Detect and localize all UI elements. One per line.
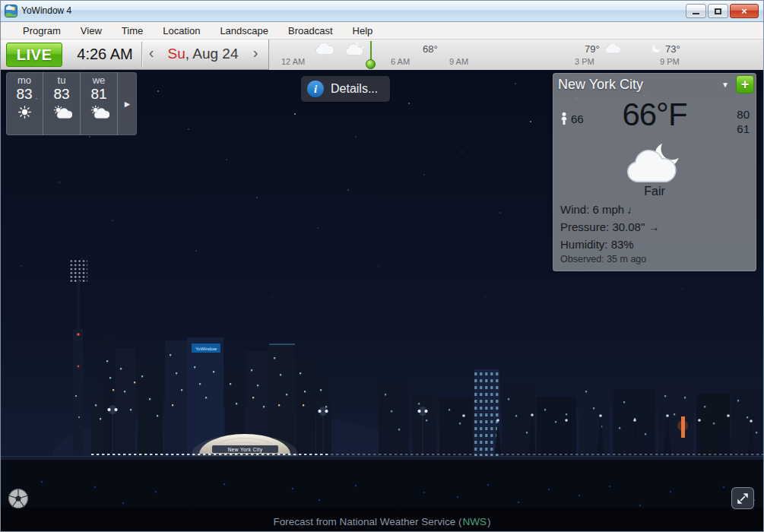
billboard: YoWindow xyxy=(192,344,220,353)
close-button[interactable]: × xyxy=(730,4,759,18)
forecast-day-name: mo xyxy=(17,74,31,86)
next-day-button[interactable]: › xyxy=(249,44,262,62)
slider-handle[interactable] xyxy=(366,59,376,69)
cloud-icon xyxy=(315,43,334,55)
toolbar-separator xyxy=(141,42,142,68)
high-temp: 80 xyxy=(737,107,750,122)
info-icon: i xyxy=(307,81,324,97)
forecast-day-temp: 83 xyxy=(16,86,32,103)
observed-value: 35 m ago xyxy=(607,254,646,264)
sun-cloud-icon xyxy=(89,105,109,119)
maximize-icon xyxy=(715,8,721,14)
wind-direction-icon: ↓ xyxy=(626,202,634,216)
current-temperature: 66°F xyxy=(553,97,756,133)
cloud-icon xyxy=(604,43,621,54)
forecast-day-we[interactable]: we 81 xyxy=(81,72,118,135)
high-low: 80 61 xyxy=(737,107,750,136)
humidity-line: Humidity: 83% xyxy=(553,238,756,251)
sun-cloud-icon xyxy=(52,105,72,119)
stadium-text: New York City xyxy=(228,447,263,453)
pressure-trend-icon: → xyxy=(648,220,659,233)
forecast-day-temp: 83 xyxy=(53,86,69,103)
status-bar: Forecast from National Weather Service (… xyxy=(0,511,764,532)
expand-arrow-icon: ► xyxy=(123,99,132,109)
menu-location[interactable]: Location xyxy=(153,23,210,39)
condition-label: Fair xyxy=(553,185,756,198)
tick-6am: 6 AM xyxy=(391,57,410,66)
tick-9pm: 9 PM xyxy=(660,57,680,66)
low-temp: 61 xyxy=(737,122,750,136)
temp-3pm: 79° xyxy=(585,43,600,55)
wind-line: Wind: 6 mph ↓ xyxy=(553,203,756,216)
tick-12am: 12 AM xyxy=(281,57,305,66)
wind-label: Wind: xyxy=(560,203,589,216)
prev-day-button[interactable]: ‹ xyxy=(145,44,157,62)
pressure-line: Pressure: 30.08" → xyxy=(553,220,756,233)
humidity-value: 83% xyxy=(611,238,634,251)
moon-cloud-icon xyxy=(344,40,367,56)
minimize-button[interactable] xyxy=(686,4,706,18)
title-bar: YoWindow 4 × xyxy=(0,0,764,22)
app-icon xyxy=(5,5,17,17)
menu-landscape[interactable]: Landscape xyxy=(210,23,278,39)
date-rest: , Aug 24 xyxy=(185,46,239,62)
chevron-down-icon[interactable]: ▼ xyxy=(721,81,729,89)
add-location-button[interactable]: + xyxy=(736,75,754,93)
nws-link[interactable]: NWS xyxy=(463,516,487,527)
footer-text-end: ) xyxy=(487,516,491,527)
pressure-label: Pressure: xyxy=(560,220,609,233)
moon-icon xyxy=(651,43,662,54)
forecast-day-name: we xyxy=(93,74,106,86)
temp-9pm: 73° xyxy=(665,43,680,55)
forecast-strip: mo 83 tu 83 we 81 ► xyxy=(6,72,137,135)
footer-text: Forecast from National Weather Service ( xyxy=(273,516,461,527)
menu-time[interactable]: Time xyxy=(112,23,153,39)
pressure-value: 30.08" xyxy=(612,220,645,233)
wind-value: 6 mph xyxy=(593,203,625,216)
tick-9am: 9 AM xyxy=(449,57,468,66)
moon-cloud-icon xyxy=(620,141,689,185)
menu-broadcast[interactable]: Broadcast xyxy=(278,23,343,39)
menu-bar: Program View Time Location Landscape Bro… xyxy=(0,22,764,40)
close-icon: × xyxy=(741,5,747,17)
soccer-ball-button[interactable] xyxy=(8,488,29,509)
minimize-icon xyxy=(693,13,699,14)
toolbar: LIVE 4:26 AM ‹ Su, Aug 24 › 68° 79° 73° … xyxy=(0,40,764,70)
tick-3pm: 3 PM xyxy=(575,57,594,66)
forecast-day-temp: 81 xyxy=(90,86,106,103)
location-selector[interactable]: New York City xyxy=(558,77,721,93)
sun-icon xyxy=(17,105,32,119)
details-label: Details... xyxy=(331,82,378,96)
menu-help[interactable]: Help xyxy=(343,23,383,39)
temp-9am: 68° xyxy=(423,43,438,55)
window-title: YoWindow 4 xyxy=(21,5,71,16)
time-slider[interactable]: 68° 79° 73° 12 AM 6 AM 9 AM 3 PM 9 PM xyxy=(268,40,764,70)
menu-view[interactable]: View xyxy=(71,23,112,39)
maximize-button[interactable] xyxy=(708,4,728,18)
forecast-day-name: tu xyxy=(58,74,66,86)
observed-label: Observed: xyxy=(560,254,604,264)
fullscreen-icon xyxy=(736,492,750,505)
fullscreen-button[interactable] xyxy=(731,487,754,509)
humidity-label: Humidity: xyxy=(560,238,608,251)
observed-line: Observed: 35 m ago xyxy=(553,254,756,264)
live-button[interactable]: LIVE xyxy=(6,43,62,67)
date-day: Su xyxy=(168,46,185,62)
menu-program[interactable]: Program xyxy=(13,23,71,39)
date-label: Su, Aug 24 xyxy=(160,46,246,62)
weather-panel: New York City ▼ + 66 66°F 80 61 Fair Win… xyxy=(553,73,756,271)
forecast-day-tu[interactable]: tu 83 xyxy=(43,72,81,135)
clock-display: 4:26 AM xyxy=(71,46,138,63)
forecast-expand-button[interactable]: ► xyxy=(118,72,137,135)
billboard-text: YoWindow xyxy=(195,347,217,351)
forecast-day-mo[interactable]: mo 83 xyxy=(6,72,43,135)
highway xyxy=(0,452,764,461)
details-button[interactable]: i Details... xyxy=(301,76,390,102)
